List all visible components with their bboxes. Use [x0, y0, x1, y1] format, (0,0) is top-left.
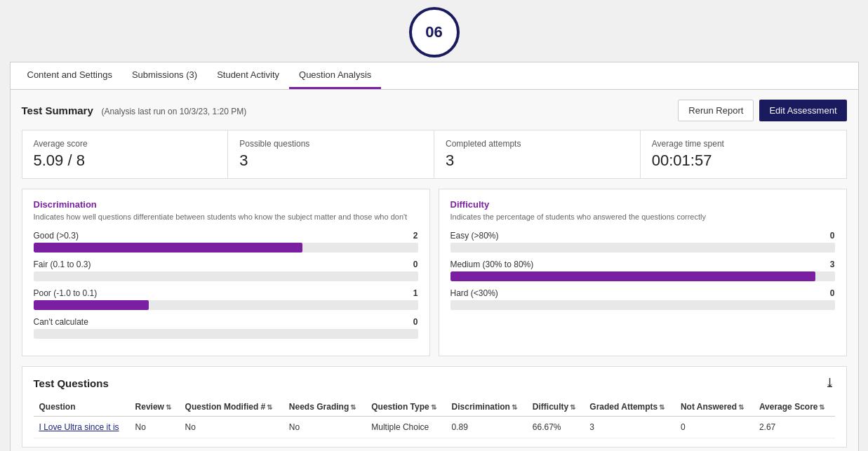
edit-assessment-button[interactable]: Edit Assessment: [759, 100, 846, 121]
top-badge-06: 06: [409, 7, 460, 58]
bar-label-hard: Hard (<30%): [450, 288, 498, 298]
bar-row-medium: Medium (30% to 80%) 3: [450, 260, 835, 281]
tq-header: Test Questions ⤓: [34, 375, 835, 391]
test-questions-section: Test Questions ⤓ Question Review⇅ Questi…: [22, 366, 847, 447]
cell-discrimination: 0.89: [446, 417, 527, 438]
bar-track-easy: [450, 243, 835, 253]
bar-fill-poor: [34, 300, 149, 310]
charts-row: Discrimination Indicates how well questi…: [22, 189, 847, 356]
bar-label-good: Good (>0.3): [34, 231, 79, 241]
bar-track-medium: [450, 271, 835, 281]
bar-row-hard: Hard (<30%) 0: [450, 288, 835, 310]
col-difficulty[interactable]: Difficulty⇅: [527, 398, 585, 417]
card-completed-attempts: Completed attempts 3: [434, 130, 641, 178]
card-label-avg-time: Average time spent: [652, 139, 835, 149]
bar-label-medium: Medium (30% to 80%): [450, 260, 534, 269]
card-average-score: Average score 5.09 / 8: [22, 130, 229, 178]
cell-question-modified: No: [180, 417, 283, 438]
cell-avg-score: 2.67: [754, 417, 835, 438]
bar-row-cant-calc: Can't calculate 0: [34, 317, 418, 339]
col-review[interactable]: Review⇅: [130, 398, 180, 417]
card-value-avg-score: 5.09 / 8: [34, 152, 217, 170]
discrimination-panel: Discrimination Indicates how well questi…: [22, 189, 430, 356]
cell-difficulty: 66.67%: [527, 417, 585, 438]
bar-count-poor: 1: [413, 288, 418, 298]
bar-count-cant-calc: 0: [413, 317, 418, 327]
rerun-report-button[interactable]: Rerun Report: [678, 100, 754, 121]
card-possible-questions: Possible questions 3: [228, 130, 434, 178]
col-discrimination[interactable]: Discrimination⇅: [446, 398, 527, 417]
question-link[interactable]: I Love Ultra since it is: [39, 422, 119, 432]
discrimination-title: Discrimination: [34, 199, 418, 210]
tab-student-activity[interactable]: Student Activity: [207, 62, 289, 89]
col-question-type[interactable]: Question Type⇅: [366, 398, 446, 417]
tab-question-analysis[interactable]: Question Analysis: [289, 62, 381, 89]
col-graded-attempts[interactable]: Graded Attempts⇅: [584, 398, 675, 417]
tab-submissions[interactable]: Submissions (3): [122, 62, 207, 89]
cell-needs-grading: No: [283, 417, 366, 438]
col-avg-score[interactable]: Average Score⇅: [754, 398, 835, 417]
card-value-possible-q: 3: [239, 152, 422, 170]
bar-row-fair: Fair (0.1 to 0.3) 0: [34, 260, 418, 281]
bar-label-fair: Fair (0.1 to 0.3): [34, 260, 91, 269]
test-summary-header: Test Summary (Analysis last run on 10/3/…: [22, 100, 847, 121]
bar-row-good: Good (>0.3) 2: [34, 231, 418, 253]
card-label-avg-score: Average score: [34, 139, 217, 149]
bar-track-good: [34, 243, 418, 253]
difficulty-desc: Indicates the percentage of students who…: [450, 213, 835, 221]
difficulty-title: Difficulty: [450, 199, 835, 210]
card-value-avg-time: 00:01:57: [652, 152, 835, 170]
cell-review: No: [130, 417, 180, 438]
tab-content-settings[interactable]: Content and Settings: [18, 62, 122, 89]
bar-count-good: 2: [413, 231, 418, 241]
bar-row-easy: Easy (>80%) 0: [450, 231, 835, 253]
bar-track-fair: [34, 271, 418, 281]
difficulty-panel: Difficulty Indicates the percentage of s…: [439, 189, 847, 356]
cell-not-answered: 0: [675, 417, 754, 438]
cell-graded-attempts: 3: [584, 417, 675, 438]
main-container: Content and Settings Submissions (3) Stu…: [10, 62, 859, 451]
test-summary-title-row: Test Summary (Analysis last run on 10/3/…: [22, 105, 247, 116]
bar-row-poor: Poor (-1.0 to 0.1) 1: [34, 288, 418, 310]
tq-title: Test Questions: [34, 377, 109, 389]
bar-track-poor: [34, 300, 418, 310]
col-not-answered[interactable]: Not Answered⇅: [675, 398, 754, 417]
card-value-completed: 3: [446, 152, 629, 170]
test-summary-title: Test Summary: [22, 105, 93, 116]
table-header-row: Question Review⇅ Question Modified #⇅ Ne…: [34, 398, 835, 417]
bar-label-cant-calc: Can't calculate: [34, 317, 88, 327]
download-icon[interactable]: ⤓: [824, 375, 835, 391]
card-avg-time: Average time spent 00:01:57: [641, 130, 846, 178]
col-question-modified[interactable]: Question Modified #⇅: [180, 398, 283, 417]
summary-cards: Average score 5.09 / 8 Possible question…: [22, 130, 847, 179]
bar-track-cant-calc: [34, 329, 418, 339]
test-summary-subtitle: (Analysis last run on 10/3/23, 1:20 PM): [101, 107, 246, 116]
bar-fill-good: [34, 243, 303, 253]
card-label-possible-q: Possible questions: [239, 139, 422, 149]
header-buttons: Rerun Report Edit Assessment: [678, 100, 846, 121]
bar-count-hard: 0: [830, 288, 835, 298]
discrimination-desc: Indicates how well questions differentia…: [34, 213, 418, 221]
cell-question-type: Multiple Choice: [366, 417, 446, 438]
bar-count-easy: 0: [830, 231, 835, 241]
cell-question: I Love Ultra since it is: [34, 417, 130, 438]
col-question: Question: [34, 398, 130, 417]
bar-count-medium: 3: [830, 260, 835, 269]
bar-track-hard: [450, 300, 835, 310]
content-area: Test Summary (Analysis last run on 10/3/…: [11, 90, 858, 451]
bar-fill-medium: [450, 271, 816, 281]
bar-label-easy: Easy (>80%): [450, 231, 499, 241]
col-needs-grading[interactable]: Needs Grading⇅: [283, 398, 366, 417]
questions-table: Question Review⇅ Question Modified #⇅ Ne…: [34, 398, 835, 438]
bar-label-poor: Poor (-1.0 to 0.1): [34, 288, 98, 298]
tabs-bar: Content and Settings Submissions (3) Stu…: [11, 62, 858, 90]
bar-count-fair: 0: [413, 260, 418, 269]
table-row: I Love Ultra since it is No No No Multip…: [34, 417, 835, 438]
card-label-completed: Completed attempts: [446, 139, 629, 149]
